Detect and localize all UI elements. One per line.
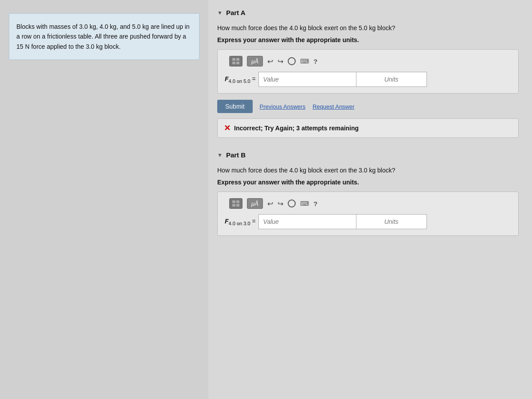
part-b-question2: Express your answer with the appropriate… — [217, 178, 519, 187]
part-a-triangle: ▼ — [217, 10, 223, 16]
part-b-label: Part B — [226, 151, 246, 159]
circle-button[interactable] — [288, 57, 296, 65]
part-b-toolbar: μÅ ↩ ↪ ⌨ ? — [225, 198, 511, 209]
part-a-header: ▼ Part A — [217, 9, 519, 16]
left-panel: Blocks with masses of 3.0 kg, 4.0 kg, an… — [0, 0, 208, 399]
part-b-units-input[interactable] — [356, 214, 427, 229]
part-b-input-row: F4.0 on 3.0 = — [225, 214, 511, 229]
part-b-redo-icon[interactable]: ↪ — [278, 200, 283, 208]
svg-rect-4 — [232, 200, 235, 203]
right-panel: ▼ Part A How much force does the 4.0 kg … — [208, 0, 532, 399]
part-b-value-input[interactable] — [258, 214, 356, 229]
part-b-question1: How much force does the 4.0 kg block exe… — [217, 166, 519, 175]
part-a-submit-row: Submit Previous Answers Request Answer — [217, 100, 519, 113]
part-b-matrix-button[interactable] — [229, 198, 243, 209]
feedback-text: Incorrect; Try Again; 3 attempts remaini… — [234, 125, 359, 132]
part-a-input-row: F4.0 on 5.0 = — [225, 72, 511, 87]
part-a-toolbar: μÅ ↩ ↪ ⌨ ? — [225, 56, 511, 66]
help-button[interactable]: ? — [313, 58, 317, 65]
part-a-question1: How much force does the 4.0 kg block exe… — [217, 23, 519, 33]
part-a-formula-label: F4.0 on 5.0 = — [225, 75, 256, 84]
part-a-units-input[interactable] — [356, 72, 427, 87]
svg-rect-5 — [236, 200, 239, 203]
part-b-help-button[interactable]: ? — [313, 200, 317, 207]
redo-icon[interactable]: ↪ — [278, 57, 283, 66]
part-b-undo-icon[interactable]: ↩ — [267, 200, 273, 208]
undo-icon[interactable]: ↩ — [267, 57, 273, 66]
svg-rect-7 — [236, 204, 239, 207]
svg-rect-6 — [232, 204, 235, 207]
part-a-question2: Express your answer with the appropriate… — [217, 35, 519, 45]
svg-rect-0 — [232, 58, 235, 61]
previous-answers-link[interactable]: Previous Answers — [260, 103, 305, 110]
feedback-row: ✕ Incorrect; Try Again; 3 attempts remai… — [217, 118, 519, 138]
part-a-answer-area: μÅ ↩ ↪ ⌨ ? F4.0 on 5.0 = — [217, 49, 519, 94]
matrix-button[interactable] — [229, 56, 243, 66]
part-a-value-input[interactable] — [258, 72, 356, 87]
svg-rect-3 — [236, 62, 239, 64]
part-b-circle-button[interactable] — [288, 200, 296, 207]
part-b-triangle: ▼ — [217, 152, 223, 158]
submit-button[interactable]: Submit — [217, 100, 253, 113]
part-b-mu-button[interactable]: μÅ — [247, 198, 263, 209]
svg-rect-1 — [236, 58, 239, 61]
problem-text: Blocks with masses of 3.0 kg, 4.0 kg, an… — [16, 23, 190, 50]
part-a-section: ▼ Part A How much force does the 4.0 kg … — [217, 9, 519, 138]
part-b-keyboard-icon[interactable]: ⌨ — [300, 200, 309, 207]
part-b-section: ▼ Part B How much force does the 4.0 kg … — [217, 151, 519, 236]
incorrect-icon: ✕ — [224, 123, 231, 133]
problem-box: Blocks with masses of 3.0 kg, 4.0 kg, an… — [9, 13, 200, 60]
mu-button[interactable]: μÅ — [247, 56, 263, 66]
part-b-header: ▼ Part B — [217, 151, 519, 159]
part-a-label: Part A — [226, 9, 246, 16]
request-answer-link[interactable]: Request Answer — [313, 103, 355, 110]
svg-rect-2 — [232, 62, 235, 64]
keyboard-icon[interactable]: ⌨ — [300, 58, 309, 65]
part-b-formula-label: F4.0 on 3.0 = — [225, 218, 256, 226]
part-b-answer-area: μÅ ↩ ↪ ⌨ ? F4.0 on 3.0 = — [217, 192, 519, 236]
